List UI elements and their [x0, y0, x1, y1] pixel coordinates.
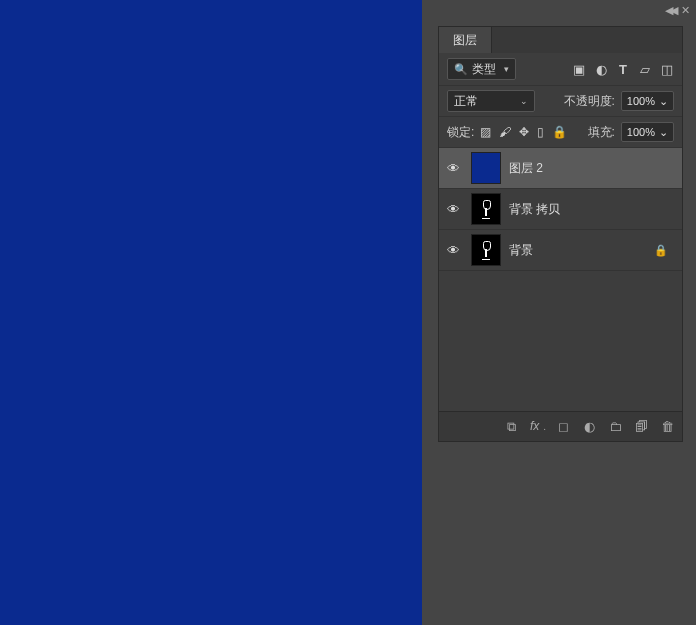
- type-filter-icon[interactable]: T: [616, 62, 630, 77]
- panel-tabs: 图层: [439, 27, 682, 53]
- layer-mask-icon[interactable]: ◻: [556, 419, 570, 434]
- fill-input[interactable]: 100% ⌄: [621, 122, 674, 142]
- chevron-down-icon: ▾: [504, 64, 509, 74]
- visibility-icon[interactable]: 👁: [447, 161, 463, 176]
- layer-name[interactable]: 背景 拷贝: [509, 201, 674, 218]
- lock-icons-group: ▨ 🖌 ✥ ▯ 🔒: [480, 125, 567, 139]
- visibility-icon[interactable]: 👁: [447, 202, 463, 217]
- layer-name[interactable]: 背景: [509, 242, 646, 259]
- fill-label: 填充:: [588, 124, 615, 141]
- layer-item[interactable]: 👁 图层 2: [439, 148, 682, 189]
- new-layer-icon[interactable]: 🗐: [634, 419, 648, 434]
- panel-top-controls: ◀◀ ✕: [665, 4, 690, 17]
- fill-value: 100%: [627, 126, 655, 138]
- search-icon: 🔍: [454, 63, 468, 76]
- filter-row: 🔍 类型 ▾ ▣ ◐ T ▱ ◫: [439, 53, 682, 86]
- collapse-icon[interactable]: ◀◀: [665, 4, 675, 17]
- opacity-input[interactable]: 100% ⌄: [621, 91, 674, 111]
- close-icon[interactable]: ✕: [681, 4, 690, 17]
- layers-list: 👁 图层 2 👁 背景 拷贝 👁 背景 🔒: [439, 148, 682, 271]
- lock-label: 锁定:: [447, 124, 474, 141]
- panel-footer: ⧉ fx﹒ ◻ ◐ 🗀 🗐 🗑: [439, 411, 682, 441]
- lock-all-icon[interactable]: 🔒: [552, 125, 567, 139]
- group-icon[interactable]: 🗀: [608, 419, 622, 434]
- lock-transparent-icon[interactable]: ▨: [480, 125, 491, 139]
- tab-layers[interactable]: 图层: [439, 27, 492, 53]
- layer-item[interactable]: 👁 背景 🔒: [439, 230, 682, 271]
- pixel-filter-icon[interactable]: ▣: [572, 62, 586, 77]
- chevron-down-icon: ⌄: [520, 96, 528, 106]
- shape-filter-icon[interactable]: ▱: [638, 62, 652, 77]
- visibility-icon[interactable]: 👁: [447, 243, 463, 258]
- link-layers-icon[interactable]: ⧉: [504, 419, 518, 435]
- adjustment-filter-icon[interactable]: ◐: [594, 62, 608, 77]
- filter-type-label: 类型: [472, 61, 496, 78]
- lock-icon: 🔒: [654, 244, 674, 257]
- blend-row: 正常 ⌄ 不透明度: 100% ⌄: [439, 86, 682, 117]
- right-pane: ◀◀ ✕ 图层 🔍 类型 ▾ ▣ ◐ T ▱ ◫ 正常 ⌄: [422, 0, 696, 625]
- lock-artboard-icon[interactable]: ▯: [537, 125, 544, 139]
- opacity-label: 不透明度:: [564, 93, 615, 110]
- chevron-down-icon: ⌄: [659, 95, 668, 108]
- opacity-value: 100%: [627, 95, 655, 107]
- blend-mode-select[interactable]: 正常 ⌄: [447, 90, 535, 112]
- smart-filter-icon[interactable]: ◫: [660, 62, 674, 77]
- lock-position-icon[interactable]: ✥: [519, 125, 529, 139]
- layer-name[interactable]: 图层 2: [509, 160, 674, 177]
- layer-thumbnail[interactable]: [471, 152, 501, 184]
- layer-item[interactable]: 👁 背景 拷贝: [439, 189, 682, 230]
- delete-layer-icon[interactable]: 🗑: [660, 419, 674, 434]
- adjustment-layer-icon[interactable]: ◐: [582, 419, 596, 434]
- canvas-area[interactable]: [0, 0, 422, 625]
- layer-fx-icon[interactable]: fx﹒: [530, 418, 544, 435]
- filter-icons: ▣ ◐ T ▱ ◫: [572, 62, 674, 77]
- layer-thumbnail[interactable]: [471, 193, 501, 225]
- filter-type-select[interactable]: 🔍 类型 ▾: [447, 58, 516, 80]
- blend-mode-value: 正常: [454, 93, 478, 110]
- chevron-down-icon: ⌄: [659, 126, 668, 139]
- layer-thumbnail[interactable]: [471, 234, 501, 266]
- lock-row: 锁定: ▨ 🖌 ✥ ▯ 🔒 填充: 100% ⌄: [439, 117, 682, 148]
- layers-panel: 图层 🔍 类型 ▾ ▣ ◐ T ▱ ◫ 正常 ⌄ 不透明度: 100: [438, 26, 683, 442]
- layers-empty-area[interactable]: [439, 271, 682, 411]
- lock-image-icon[interactable]: 🖌: [499, 125, 511, 139]
